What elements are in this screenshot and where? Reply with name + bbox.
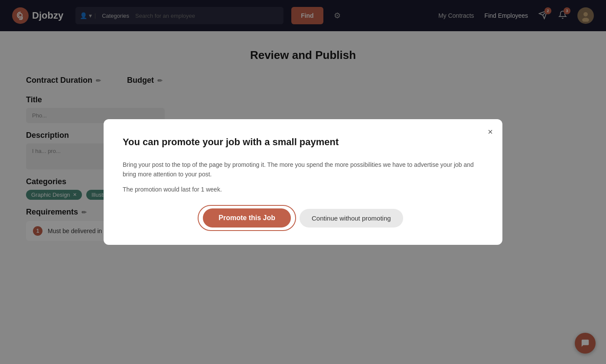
modal-close-button[interactable]: × [488, 127, 493, 137]
promote-modal: × You can promote your job with a small … [104, 119, 502, 245]
modal-duration-text: The promotion would last for 1 week. [123, 186, 483, 193]
continue-without-promoting-button[interactable]: Continue without promoting [300, 209, 403, 228]
promote-job-button[interactable]: Promote this Job [203, 208, 291, 228]
modal-overlay: × You can promote your job with a small … [0, 0, 606, 364]
promote-btn-wrapper: Promote this Job [203, 208, 291, 228]
modal-title: You can promote your job with a small pa… [123, 136, 483, 148]
modal-actions: Promote this Job Continue without promot… [123, 208, 483, 228]
modal-body-text: Bring your post to the top of the page b… [123, 160, 483, 179]
